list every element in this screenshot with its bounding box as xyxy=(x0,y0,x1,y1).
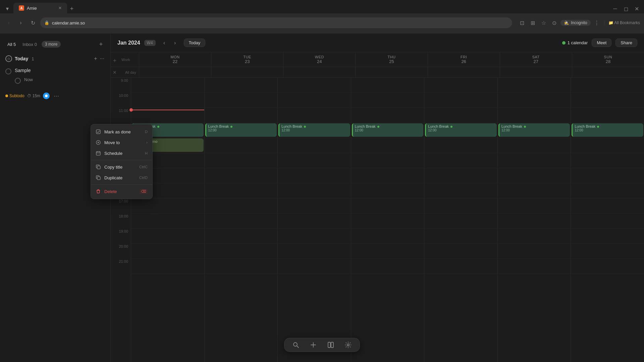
tab-close-button[interactable]: ✕ xyxy=(58,6,62,10)
task-item-sample[interactable]: Sample xyxy=(5,66,105,76)
more-options-icon[interactable]: ⋮ xyxy=(592,18,601,27)
task-checkbox-sample[interactable] xyxy=(5,68,11,74)
allday-cell-wed[interactable] xyxy=(283,67,355,77)
event-lunch-tue[interactable]: Lunch Break 12:00 xyxy=(205,123,277,137)
tag-dot xyxy=(5,95,8,97)
tab-list-button[interactable]: ▼ xyxy=(3,4,12,13)
hour-line xyxy=(424,183,497,198)
calendar-col-thu[interactable]: Lunch Break 12:00 xyxy=(351,78,424,362)
event-lunch-thu[interactable]: Lunch Break 12:00 xyxy=(352,123,424,137)
context-menu-duplicate[interactable]: Duplicate CtrlD xyxy=(91,172,152,183)
reader-mode-icon[interactable]: ⊞ xyxy=(528,18,538,27)
calendar-meet-button[interactable]: Meet xyxy=(592,39,611,47)
tab-favicon: A xyxy=(19,5,24,11)
event-time: 12:00 xyxy=(501,128,568,132)
allday-close-button[interactable]: ✕ xyxy=(111,67,119,77)
sidebar-tab-inbox[interactable]: Inbox 0 xyxy=(20,41,39,48)
allday-cell-sat[interactable] xyxy=(500,67,572,77)
hour-line xyxy=(351,138,424,153)
today-icon: ◷ xyxy=(5,55,12,62)
svg-point-3 xyxy=(98,142,99,143)
allday-cell-tue[interactable] xyxy=(211,67,283,77)
time-label-19: 19:00 xyxy=(111,229,131,244)
minimize-button[interactable]: ─ xyxy=(610,4,620,13)
task-tag: Subtodo xyxy=(5,94,24,98)
task-circle-button[interactable] xyxy=(43,93,50,99)
event-title: Lunch Break xyxy=(428,124,495,128)
context-menu-move-to[interactable]: Move to › xyxy=(91,137,152,148)
event-lunch-sun[interactable]: Lunch Break 12:00 xyxy=(572,123,643,137)
new-tab-button[interactable]: + xyxy=(67,4,76,13)
calendar-col-wed[interactable]: Lunch Break 12:00 xyxy=(277,78,351,362)
time-label-11: 11:00 xyxy=(111,108,131,123)
calendar-col-fri[interactable]: Lunch Break 12:00 xyxy=(424,78,497,362)
work-label: Work xyxy=(119,52,139,67)
delete-icon xyxy=(96,189,101,194)
sidebar-more-button[interactable]: 3 more xyxy=(42,41,61,48)
today-more-button[interactable]: ··· xyxy=(99,55,105,62)
calendar-col-sun[interactable]: Lunch Break 12:00 xyxy=(571,78,644,362)
hour-line xyxy=(131,93,204,108)
browser-tab-amie[interactable]: A Amie ✕ xyxy=(13,3,67,13)
calendar-col-sat[interactable]: Lunch Break 12:00 xyxy=(497,78,571,362)
calendar-indicator: 1 calendar xyxy=(562,40,588,45)
hour-line xyxy=(498,78,571,93)
close-button[interactable]: ✕ xyxy=(632,4,641,13)
hour-line xyxy=(278,183,351,198)
hour-line xyxy=(131,259,204,274)
hour-line xyxy=(498,214,571,229)
hour-line xyxy=(351,153,424,168)
time-label: 15m xyxy=(33,94,40,98)
toolbar-add-button[interactable] xyxy=(310,342,317,348)
sidebar-add-button[interactable]: + xyxy=(97,40,105,48)
bookmark-icon[interactable]: ☆ xyxy=(539,18,548,27)
current-time-dot xyxy=(129,108,133,112)
allday-cell-sun[interactable] xyxy=(572,67,644,77)
calendar-share-button[interactable]: Share xyxy=(615,39,637,47)
event-title: Lunch Break xyxy=(501,124,568,128)
task-item-now[interactable]: Now xyxy=(15,76,105,85)
task-more-button[interactable]: ⋯ xyxy=(52,92,60,100)
today-add-button[interactable]: + xyxy=(93,55,98,62)
allday-cell-mon[interactable] xyxy=(139,67,211,77)
task-footer: Subtodo ⏱ 15m ⋯ xyxy=(0,88,110,103)
hour-line xyxy=(498,108,571,123)
task-checkbox-now[interactable] xyxy=(15,78,21,84)
hour-line xyxy=(278,244,351,259)
context-menu-schedule[interactable]: Schedule H xyxy=(91,148,152,159)
event-lunch-fri[interactable]: Lunch Break 12:00 xyxy=(425,123,497,137)
hour-line xyxy=(278,138,351,153)
context-menu-delete[interactable]: Delete ⌫ xyxy=(91,186,152,197)
hour-line xyxy=(498,153,571,168)
calendar-today-button[interactable]: Today xyxy=(184,39,206,47)
refresh-button[interactable]: ↻ xyxy=(28,18,38,27)
sidebar-tab-all[interactable]: All 5 xyxy=(5,41,18,48)
maximize-button[interactable]: ◻ xyxy=(621,4,631,13)
calendar-prev-button[interactable]: ‹ xyxy=(160,38,169,48)
back-button[interactable]: ‹ xyxy=(4,18,13,27)
calendar-add-row[interactable]: + xyxy=(111,52,119,67)
hour-line xyxy=(424,244,497,259)
event-lunch-sat[interactable]: Lunch Break 12:00 xyxy=(498,123,570,137)
calendar-col-tue[interactable]: Lunch Break 12:00 xyxy=(204,78,278,362)
profile-icon[interactable]: ⊙ xyxy=(550,18,559,27)
toolbar-layout-button[interactable] xyxy=(327,342,334,348)
context-menu-mark-done[interactable]: Mark as done D xyxy=(91,126,152,137)
svg-rect-8 xyxy=(97,166,100,169)
cal-day-header-mon: Mon 22 xyxy=(139,52,211,67)
toolbar-settings-button[interactable] xyxy=(345,342,352,348)
context-duplicate-label: Duplicate xyxy=(104,175,122,180)
address-bar[interactable]: 🔒 calendar.amie.so xyxy=(40,17,512,28)
hour-line xyxy=(498,198,571,214)
toolbar-search-button[interactable] xyxy=(292,342,299,348)
calendar-next-button[interactable]: › xyxy=(170,38,180,48)
allday-cell-fri[interactable] xyxy=(428,67,500,77)
hour-line xyxy=(498,168,571,183)
hour-line xyxy=(571,108,644,123)
event-lunch-wed[interactable]: Lunch Break 12:00 xyxy=(278,123,350,137)
cast-icon[interactable]: ⊡ xyxy=(518,18,527,27)
context-menu-copy-title[interactable]: Copy title CtrlC xyxy=(91,162,152,172)
forward-button[interactable]: › xyxy=(16,18,25,27)
calendar-col-mon[interactable]: Lunch Break 12:00 product demo 13:00 xyxy=(131,78,204,362)
allday-cell-thu[interactable] xyxy=(355,67,427,77)
